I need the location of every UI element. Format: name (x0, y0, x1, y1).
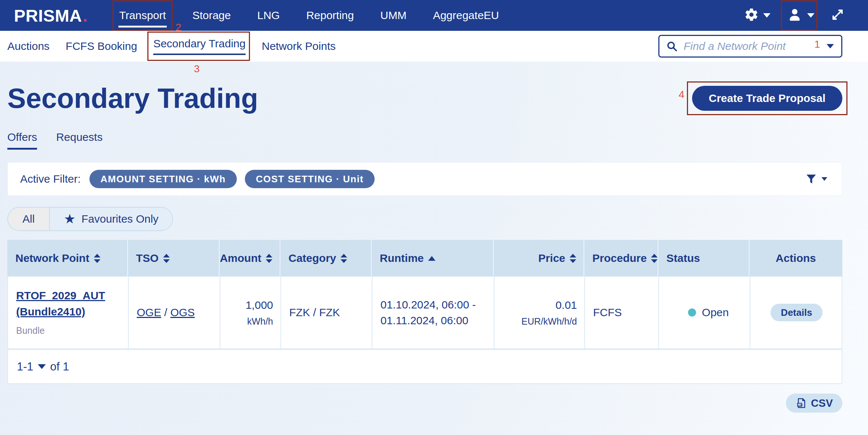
tso-link-oge[interactable]: OGE (137, 306, 161, 318)
csv-export-button[interactable]: CSV CSV (786, 394, 842, 413)
table-row: RTOF_2029_AUT(Bundle2410) Bundle OGE / O… (7, 277, 842, 348)
top-navbar: PRISMA . Transport 2 Storage LNG Reporti… (0, 0, 868, 31)
column-header-runtime[interactable]: Runtime (372, 240, 494, 277)
subnav-item-secondary-trading[interactable]: Secondary Trading 3 (153, 37, 246, 55)
column-header-tso[interactable]: TSO (128, 240, 220, 277)
svg-text:CSV: CSV (798, 403, 803, 406)
subnav-item-fcfs-booking[interactable]: FCFS Booking (66, 40, 137, 52)
nav-item-label: AggregateEU (433, 9, 499, 21)
nav-item-label: Storage (192, 9, 231, 21)
details-button[interactable]: Details (770, 304, 822, 321)
category-value: FZK / FZK (289, 304, 372, 321)
sort-ascending-icon (428, 256, 435, 261)
nav-item-lng[interactable]: LNG (257, 9, 280, 22)
create-trade-proposal-button[interactable]: Create Trade Proposal (692, 86, 842, 111)
tabs: Offers Requests (7, 131, 842, 150)
nav-item-label: UMM (380, 9, 407, 21)
toggle-all[interactable]: All (8, 208, 50, 230)
column-header-actions: Actions (750, 240, 842, 277)
network-point-line1: RTOF_2029_AUT (16, 289, 105, 301)
tso-separator: / (161, 306, 170, 318)
toggle-favourites-only[interactable]: ★ Favourites Only (50, 208, 172, 230)
cell-amount: 1,000 kWh/h (220, 277, 281, 348)
user-icon (787, 7, 803, 24)
column-label: Status (666, 252, 700, 264)
sort-icon (570, 254, 576, 263)
tso-link-ogs[interactable]: OGS (170, 306, 195, 318)
search-input[interactable] (683, 40, 824, 53)
filter-chip-amount-setting[interactable]: AMOUNT SETTING · kWh (89, 170, 237, 188)
fullscreen-button[interactable] (831, 8, 845, 23)
network-point-link[interactable]: RTOF_2029_AUT(Bundle2410) (16, 288, 128, 319)
pagination-total: of 1 (50, 360, 69, 373)
nav-item-transport[interactable]: Transport 2 (119, 9, 166, 22)
tab-requests[interactable]: Requests (56, 131, 103, 150)
column-label: Procedure (592, 252, 647, 264)
main-nav: Transport 2 Storage LNG Reporting UMM Ag… (119, 9, 499, 22)
main-content: Secondary Trading Create Trade Proposal … (0, 82, 868, 413)
column-label: Actions (776, 252, 816, 264)
subnav-item-auctions[interactable]: Auctions (7, 40, 49, 52)
gear-icon (744, 7, 759, 23)
table-header-row: Network Point TSO Amount Category Runtim… (7, 240, 842, 277)
expand-icon (831, 8, 845, 23)
nav-item-aggregateeu[interactable]: AggregateEU (433, 9, 499, 22)
offers-table: Network Point TSO Amount Category Runtim… (7, 240, 842, 384)
price-value: 0.01 (556, 297, 577, 313)
cell-status: Open (659, 277, 750, 348)
status-label: Open (702, 304, 729, 321)
column-label: Price (538, 252, 565, 264)
status-open-dot (688, 308, 696, 317)
column-header-status: Status (658, 240, 750, 277)
chevron-down-icon (807, 13, 814, 18)
prisma-logo[interactable]: PRISMA . (14, 6, 88, 26)
subnav-item-label: Secondary Trading (153, 37, 246, 50)
nav-item-umm[interactable]: UMM (380, 9, 407, 22)
topnav-icons (744, 7, 845, 24)
pagination-range: 1-1 (17, 360, 33, 373)
filter-chip-cost-setting[interactable]: COST SETTING · Unit (245, 170, 375, 188)
subnav-item-network-points[interactable]: Network Points (262, 40, 336, 52)
network-point-search[interactable]: 1 (658, 35, 842, 58)
column-header-procedure[interactable]: Procedure (584, 240, 658, 277)
column-header-network-point[interactable]: Network Point (7, 240, 128, 277)
brand-dot: . (83, 6, 88, 26)
filter-funnel-icon (805, 172, 818, 186)
chevron-down-icon (821, 177, 827, 181)
brand-text: PRISMA (14, 6, 82, 26)
sort-icon (163, 254, 170, 263)
annotation-number-4: 4 (679, 89, 685, 100)
chevron-down-icon (763, 13, 770, 18)
active-filter-label: Active Filter: (20, 173, 81, 185)
nav-item-reporting[interactable]: Reporting (306, 9, 354, 22)
network-point-type-badge: Bundle (16, 324, 128, 337)
subnav-item-label: FCFS Booking (66, 40, 137, 52)
favourites-only-label: Favourites Only (81, 213, 158, 225)
cell-tso: OGE / OGS (129, 277, 220, 348)
search-icon (666, 40, 678, 52)
csv-file-icon: CSV (795, 397, 807, 409)
runtime-line2: 01.11.2024, 06:00 (380, 312, 494, 329)
page-size-dropdown-icon[interactable] (38, 364, 46, 369)
nav-item-storage[interactable]: Storage (192, 9, 231, 22)
column-header-price[interactable]: Price (494, 240, 584, 277)
price-unit: EUR/kWh/h/d (522, 315, 577, 328)
column-header-category[interactable]: Category (280, 240, 372, 277)
active-filter-bar: Active Filter: AMOUNT SETTING · kWh COST… (7, 162, 842, 196)
cell-price: 0.01 EUR/kWh/h/d (494, 277, 585, 348)
cell-runtime: 01.10.2024, 06:00 - 01.11.2024, 06:00 (372, 277, 494, 348)
amount-unit: kWh/h (247, 315, 273, 328)
active-underline (118, 26, 166, 28)
column-header-amount[interactable]: Amount (220, 240, 280, 277)
settings-menu-button[interactable] (744, 7, 770, 23)
star-icon: ★ (64, 212, 76, 226)
tab-offers[interactable]: Offers (7, 131, 37, 150)
filter-menu-button[interactable] (805, 172, 827, 186)
subnav-item-label: Auctions (7, 40, 49, 52)
network-point-line2: (Bundle2410) (16, 306, 85, 318)
column-label: Network Point (15, 252, 89, 264)
chevron-down-icon[interactable] (827, 44, 834, 48)
cell-network-point: RTOF_2029_AUT(Bundle2410) Bundle (8, 277, 129, 348)
user-menu-button[interactable] (787, 7, 814, 24)
nav-item-label: Reporting (306, 9, 354, 21)
